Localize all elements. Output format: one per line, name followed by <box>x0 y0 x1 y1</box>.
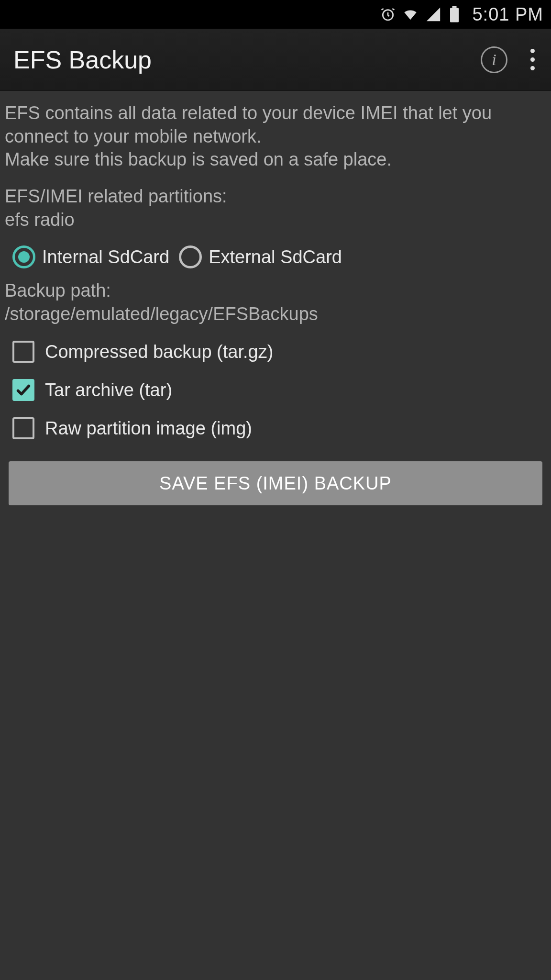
description-line2: Make sure this backup is saved on a safe… <box>5 149 392 169</box>
wifi-icon <box>402 6 419 22</box>
backup-path-block: Backup path: /storage/emulated/legacy/EF… <box>4 279 547 330</box>
backup-options: Compressed backup (tar.gz) Tar archive (… <box>4 330 547 444</box>
checkbox-icon-checked <box>12 379 34 401</box>
radio-external-label: External SdCard <box>209 247 342 267</box>
checkbox-icon-unchecked <box>12 417 34 439</box>
status-bar: 5:01 PM <box>0 0 551 29</box>
radio-icon-unchecked <box>179 245 202 268</box>
action-bar-actions: i <box>481 46 538 73</box>
dot-icon <box>530 49 535 53</box>
overflow-menu-button[interactable] <box>528 46 538 73</box>
svg-rect-2 <box>452 6 457 8</box>
description-line1: EFS contains all data related to your de… <box>5 103 492 146</box>
checkbox-tar[interactable]: Tar archive (tar) <box>12 379 539 401</box>
content-area: EFS contains all data related to your de… <box>0 91 551 505</box>
partitions-value: efs radio <box>5 210 75 230</box>
alarm-icon <box>380 7 396 22</box>
backup-path-value: /storage/emulated/legacy/EFSBackups <box>5 304 318 324</box>
description-text: EFS contains all data related to your de… <box>4 101 547 171</box>
battery-icon <box>448 6 461 23</box>
checkbox-icon-unchecked <box>12 341 34 363</box>
svg-rect-1 <box>450 8 459 22</box>
save-button-label: SAVE EFS (IMEI) BACKUP <box>159 473 392 494</box>
info-icon: i <box>492 51 496 69</box>
dot-icon <box>530 57 535 62</box>
info-button[interactable]: i <box>481 46 507 73</box>
action-bar: EFS Backup i <box>0 29 551 91</box>
checkbox-raw[interactable]: Raw partition image (img) <box>12 417 539 439</box>
signal-icon <box>425 6 441 22</box>
partitions-text: EFS/IMEI related partitions: efs radio <box>4 185 547 231</box>
checkbox-compressed[interactable]: Compressed backup (tar.gz) <box>12 341 539 363</box>
radio-internal-label: Internal SdCard <box>42 247 169 267</box>
save-backup-button[interactable]: SAVE EFS (IMEI) BACKUP <box>9 461 542 505</box>
partitions-header: EFS/IMEI related partitions: <box>5 186 227 206</box>
checkbox-compressed-label: Compressed backup (tar.gz) <box>45 342 273 362</box>
app-title: EFS Backup <box>13 45 152 74</box>
status-time: 5:01 PM <box>472 4 543 25</box>
backup-path-label: Backup path: <box>5 280 111 301</box>
storage-radio-group: Internal SdCard External SdCard <box>4 231 547 279</box>
dot-icon <box>530 66 535 70</box>
radio-internal-sdcard[interactable]: Internal SdCard <box>12 245 169 268</box>
radio-external-sdcard[interactable]: External SdCard <box>179 245 342 268</box>
checkbox-raw-label: Raw partition image (img) <box>45 418 252 439</box>
checkbox-tar-label: Tar archive (tar) <box>45 380 172 401</box>
radio-icon-checked <box>12 245 35 268</box>
